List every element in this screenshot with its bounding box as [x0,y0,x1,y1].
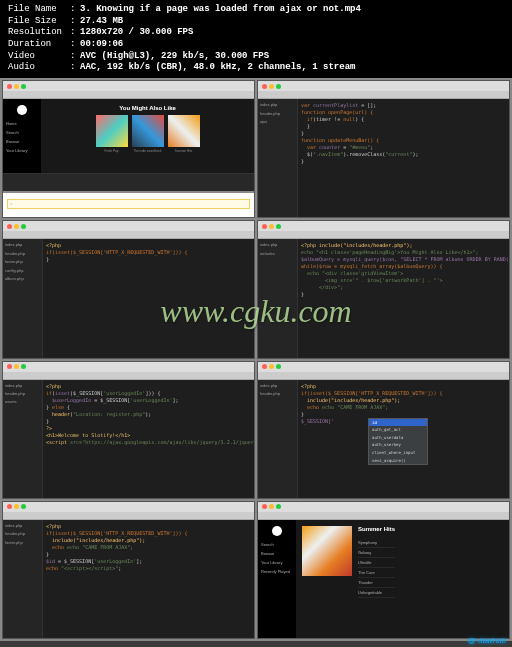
album-thumb[interactable]: Summer Hits [168,115,200,153]
file-tree[interactable]: index.php header.php ajax [258,99,298,217]
window-controls[interactable] [3,221,254,231]
window-controls[interactable] [3,362,254,372]
sidebar-item[interactable]: Browse [5,137,39,146]
window-controls[interactable] [258,502,509,512]
file-tree[interactable]: index.php header.php footer.php [3,520,43,638]
meta-duration: 00:09:06 [80,39,123,51]
meta-label-duration: Duration [8,39,70,51]
thumb-ide-index: index.php header.php footer.php config.p… [2,220,255,358]
window-controls[interactable] [258,362,509,372]
file-tree[interactable]: index.php header.php footer.php config.p… [3,239,43,357]
file-metadata: File Name:3. Knowing if a page was loade… [0,0,512,78]
track-row[interactable]: Unforgettable [358,588,395,598]
album-thumb[interactable]: Fresh Pop [96,115,128,153]
album-artwork[interactable] [302,526,352,576]
ide-tabbar[interactable] [3,512,254,520]
code-editor[interactable]: <?php if(isset($_SESSION['HTTP_X_REQUEST… [298,380,509,498]
window-controls[interactable] [258,81,509,91]
meta-video: AVC (High@L3), 229 kb/s, 30.000 FPS [80,51,269,63]
thumb-ide-js: index.php header.php ajax var currentPla… [257,80,510,218]
meta-label-video: Video [8,51,70,63]
thumb-ide-autocomplete: index.php header.php <?php if(isset($_SE… [257,361,510,499]
screenshot-grid: Home Search Browse Your Library You Migh… [0,78,512,641]
music-main: You Might Also Like Fresh Pop The indie … [41,99,254,173]
meta-label-resolution: Resolution [8,27,70,39]
code-editor[interactable]: var currentPlaylist = []; function openP… [298,99,509,217]
meta-label-filesize: File Size [8,16,70,28]
music-player-bar[interactable] [3,173,254,191]
warning-bar: ⚠ [7,199,250,209]
window-controls[interactable] [258,221,509,231]
meta-audio: AAC, 192 kb/s (CBR), 48.0 kHz, 2 channel… [80,62,355,74]
music-sidebar: Search Browse Your Library Recently Play… [258,520,296,638]
sidebar-item[interactable]: Search [5,128,39,137]
browser-tabbar[interactable] [258,512,509,520]
track-row[interactable]: Ultralife [358,558,395,568]
track-row[interactable]: Galway [358,548,395,558]
meta-label-audio: Audio [8,62,70,74]
meta-label-filename: File Name [8,4,70,16]
browser-tabbar[interactable] [3,91,254,99]
track-row[interactable]: The Cure [358,568,395,578]
meta-resolution: 1280x720 / 30.000 FPS [80,27,193,39]
code-editor[interactable]: <?php if(isset($_SESSION['HTTP_X_REQUEST… [43,520,254,638]
code-editor[interactable]: <?php if(isset($_SESSION['userLoggedIn']… [43,380,254,498]
file-tree[interactable]: index.php header.php assets [3,380,43,498]
album-detail: Summer Hits Symphony Galway Ultralife Th… [296,520,509,638]
ide-tabbar[interactable] [258,91,509,99]
app-logo-icon [17,105,27,115]
autocomplete-item[interactable]: id [369,419,427,427]
track-list: Symphony Galway Ultralife The Cure Thund… [358,538,395,598]
ide-tabbar[interactable] [258,231,509,239]
meta-filesize: 27.43 MB [80,16,123,28]
window-controls[interactable] [3,502,254,512]
sidebar-item[interactable]: Home [5,119,39,128]
autocomplete-item[interactable]: sess_acquire() [369,457,427,465]
autocomplete-popup[interactable]: id auth_get_acl auth_userdata auth_userk… [368,418,428,466]
track-row[interactable]: Symphony [358,538,395,548]
you-might-also-like-title: You Might Also Like [45,105,250,111]
sidebar-item[interactable]: Browse [260,549,294,558]
footer-watermark: @ dawhub [468,636,506,645]
window-controls[interactable] [3,81,254,91]
sidebar-item[interactable]: Recently Played [260,567,294,576]
thumb-browser-album: Search Browse Your Library Recently Play… [257,501,510,639]
code-editor[interactable]: <?php if(isset($_SESSION['HTTP_X_REQUEST… [43,239,254,357]
thumb-ide-query: index.php includes <?php include("includ… [257,220,510,358]
album-title: Summer Hits [358,526,395,532]
thumb-ide-header: index.php header.php assets <?php if(iss… [2,361,255,499]
track-row[interactable]: Thunder [358,578,395,588]
autocomplete-item[interactable]: auth_userdata [369,434,427,442]
ide-tabbar[interactable] [3,231,254,239]
code-editor[interactable]: <?php include("includes/header.php"); ec… [298,239,509,357]
thumb-browser-music: Home Search Browse Your Library You Migh… [2,80,255,218]
thumb-ide-ajax-echo: index.php header.php footer.php <?php if… [2,501,255,639]
file-tree[interactable]: index.php header.php [258,380,298,498]
music-sidebar: Home Search Browse Your Library [3,99,41,173]
ide-tabbar[interactable] [258,372,509,380]
doc-panel: ⚠ [3,193,254,213]
sidebar-item[interactable]: Your Library [5,146,39,155]
sidebar-item[interactable]: Your Library [260,558,294,567]
ide-tabbar[interactable] [3,372,254,380]
album-thumb[interactable]: The indie soundtrack [132,115,164,153]
app-logo-icon [272,526,282,536]
sidebar-item[interactable]: Search [260,540,294,549]
file-tree[interactable]: index.php includes [258,239,298,357]
meta-filename: 3. Knowing if a page was loaded from aja… [80,4,361,16]
autocomplete-item[interactable]: client_where_input [369,449,427,457]
autocomplete-item[interactable]: auth_get_acl [369,426,427,434]
autocomplete-item[interactable]: auth_userkey [369,441,427,449]
